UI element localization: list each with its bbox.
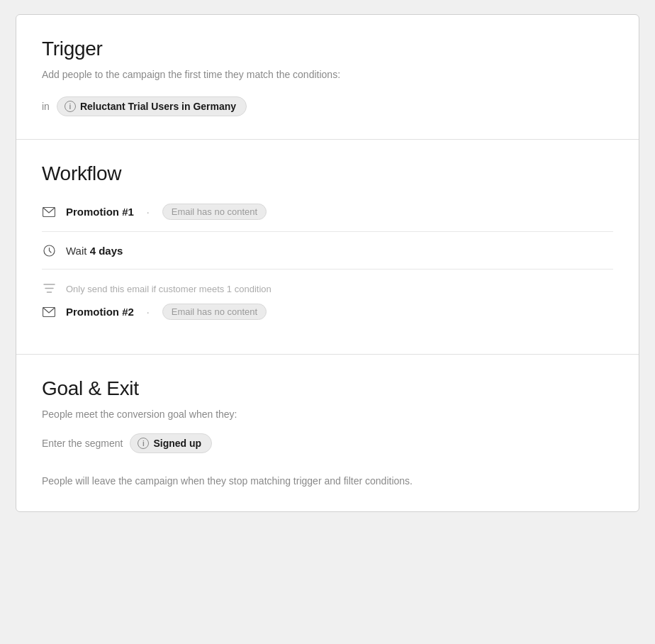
- exit-text: People will leave the campaign when they…: [42, 473, 613, 489]
- page-container: Trigger Add people to the campaign the f…: [0, 0, 655, 644]
- goal-exit-title: Goal & Exit: [42, 377, 613, 400]
- workflow-item-promotion-2[interactable]: Promotion #2 · Email has no content: [42, 298, 613, 331]
- filter-icon: [42, 281, 56, 295]
- trigger-in-label: in: [42, 101, 50, 112]
- wait-label: Wait 4 days: [66, 245, 123, 257]
- trigger-segment-badge[interactable]: i Reluctant Trial Users in Germany: [57, 96, 247, 116]
- envelope-icon-2: [42, 305, 56, 319]
- promotion-2-badge-text: Email has no content: [172, 306, 257, 317]
- goal-segment-name: Signed up: [153, 438, 201, 449]
- trigger-section: Trigger Add people to the campaign the f…: [16, 15, 639, 139]
- promotion-2-no-content-badge: Email has no content: [162, 304, 267, 320]
- workflow-item-promotion-1[interactable]: Promotion #1 · Email has no content: [42, 192, 613, 232]
- promotion-1-label: Promotion #1: [66, 206, 134, 218]
- promotion-1-badge-text: Email has no content: [172, 206, 257, 217]
- workflow-items: Promotion #1 · Email has no content: [42, 192, 613, 331]
- goal-exit-section: Goal & Exit People meet the conversion g…: [16, 354, 639, 511]
- filter-condition-text: Only send this email if customer meets 1…: [66, 282, 271, 294]
- trigger-title: Trigger: [42, 38, 613, 60]
- promotion-1-name: Promotion #1: [66, 206, 134, 218]
- workflow-section: Workflow Promotion #1 · Emai: [16, 139, 639, 354]
- dot-separator-2: ·: [147, 306, 150, 318]
- workflow-item-filter: Only send this email if customer meets 1…: [42, 270, 613, 298]
- promotion-1-no-content-badge: Email has no content: [162, 204, 267, 220]
- workflow-title: Workflow: [42, 162, 613, 185]
- goal-segment-badge[interactable]: i Signed up: [130, 433, 212, 453]
- info-icon: i: [65, 101, 76, 112]
- dot-separator-1: ·: [147, 206, 150, 218]
- trigger-segment-name: Reluctant Trial Users in Germany: [80, 101, 236, 112]
- envelope-icon: [42, 205, 56, 219]
- trigger-row: in i Reluctant Trial Users in Germany: [42, 96, 613, 116]
- goal-exit-subtitle: People meet the conversion goal when the…: [42, 407, 613, 422]
- wait-duration: 4 days: [90, 245, 123, 257]
- goal-enter-label: Enter the segment: [42, 438, 123, 449]
- goal-info-icon: i: [138, 438, 149, 449]
- trigger-subtitle: Add people to the campaign the first tim…: [42, 67, 613, 82]
- promotion-2-label: Promotion #2: [66, 306, 134, 318]
- clock-icon: [42, 243, 56, 257]
- main-card: Trigger Add people to the campaign the f…: [16, 14, 639, 512]
- promotion-2-name: Promotion #2: [66, 306, 134, 318]
- goal-row: Enter the segment i Signed up: [42, 433, 613, 453]
- workflow-item-wait[interactable]: Wait 4 days: [42, 232, 613, 270]
